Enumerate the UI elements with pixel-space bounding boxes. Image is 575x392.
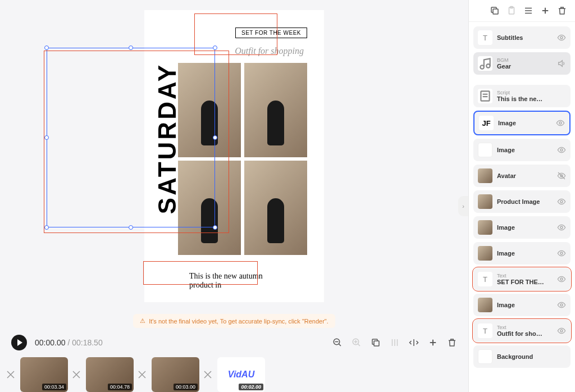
layer-thumb [478, 349, 492, 364]
layer-info: Image [497, 302, 553, 308]
visibility-toggle[interactable] [557, 197, 566, 206]
copy-icon[interactable] [490, 6, 500, 16]
copy-icon[interactable] [371, 338, 381, 348]
svg-point-33 [560, 226, 563, 229]
clip-thumb-4[interactable]: VidAU00:02.00 [217, 357, 265, 392]
layer-info: TextOutfit for sho… [497, 325, 553, 337]
layer-thumb [478, 298, 492, 312]
layer-thumb [478, 168, 492, 183]
layer-item[interactable]: TTextSET FOR THE… [473, 268, 571, 290]
visibility-toggle[interactable] [557, 275, 566, 284]
timeline-controls: 00:00.00 / 00:18.50 [0, 328, 468, 357]
play-button[interactable] [11, 335, 27, 350]
current-time: 00:00.00 [35, 338, 66, 347]
panel-toolbar [469, 0, 575, 22]
text-icon: T [478, 30, 492, 45]
warning-text: It's not the final video yet, To get acc… [149, 318, 328, 325]
layer-item[interactable]: Avatar [473, 165, 571, 187]
svg-line-2 [339, 344, 341, 346]
text-icon: T [478, 323, 492, 338]
layer-info: Image [497, 250, 553, 257]
time-display: 00:00.00 / 00:18.50 [35, 338, 103, 347]
layout-icon [390, 338, 400, 348]
annotation-box-header [194, 13, 277, 55]
svg-point-35 [560, 278, 563, 280]
transition-icon[interactable] [137, 370, 147, 380]
layer-info: BGMGear [497, 57, 553, 70]
layer-item[interactable]: JFImage [473, 111, 571, 135]
svg-rect-7 [374, 341, 379, 346]
layer-info: Image [497, 224, 553, 231]
clip-thumb-1[interactable]: 00:03.34 [20, 357, 68, 392]
svg-point-22 [560, 37, 563, 39]
paste-icon [506, 6, 517, 16]
layer-item[interactable]: Image [473, 294, 571, 316]
layer-info: Background [497, 353, 566, 360]
warning-banner: ⚠ It's not the final video yet, To get a… [133, 314, 335, 328]
annotation-box-main [44, 51, 229, 233]
grid-image-2[interactable] [244, 63, 307, 157]
layer-thumb: JF [479, 116, 494, 130]
layer-info: ScriptThis is the ne… [497, 90, 566, 102]
transition-icon[interactable] [6, 370, 16, 380]
duration: 00:18.50 [72, 338, 103, 347]
visibility-toggle[interactable] [557, 145, 566, 154]
grid-image-4[interactable] [244, 161, 307, 255]
layer-item[interactable]: BGMGear [473, 52, 571, 75]
layer-item[interactable]: Image [473, 242, 571, 265]
visibility-toggle[interactable] [557, 171, 566, 180]
script-icon [478, 89, 492, 103]
add-icon[interactable] [540, 6, 550, 16]
layer-info: Product Image [497, 198, 553, 205]
svg-point-34 [560, 252, 563, 254]
visibility-toggle[interactable] [556, 118, 565, 127]
layer-item[interactable]: Image [473, 139, 571, 161]
collapse-panel-button[interactable]: › [458, 196, 468, 216]
add-icon[interactable] [428, 338, 438, 348]
trash-icon[interactable] [557, 6, 567, 16]
layer-thumb [478, 220, 492, 235]
split-icon[interactable] [409, 338, 419, 348]
text-icon: T [478, 272, 492, 286]
zoom-out-icon[interactable] [332, 338, 343, 348]
svg-point-37 [560, 330, 563, 332]
layer-info: Image [497, 147, 553, 153]
timeline-thumbs: 00:03.34 00:04.78 00:03.00 VidAU00:02.00 [0, 357, 468, 392]
visibility-toggle[interactable] [557, 326, 566, 335]
svg-point-28 [559, 122, 562, 124]
visibility-toggle[interactable] [557, 249, 566, 258]
layer-item[interactable]: Background [473, 345, 571, 368]
svg-point-36 [560, 304, 563, 306]
layer-item[interactable]: Product Image [473, 190, 571, 213]
annotation-box-caption [143, 261, 258, 285]
transition-icon[interactable] [71, 370, 81, 380]
layer-item[interactable]: ScriptThis is the ne… [473, 85, 571, 107]
layer-info: Subtitles [497, 34, 553, 41]
layer-info: Image [498, 120, 551, 126]
volume-icon[interactable] [557, 59, 566, 68]
visibility-toggle[interactable] [557, 300, 566, 309]
layer-item[interactable]: TTextOutfit for sho… [473, 320, 571, 342]
layer-item[interactable]: Image [473, 216, 571, 239]
layer-info: Avatar [497, 172, 553, 179]
layer-item[interactable]: TSubtitles [473, 26, 571, 49]
layer-thumb [478, 143, 492, 157]
align-icon[interactable] [523, 6, 533, 16]
svg-rect-14 [493, 9, 498, 14]
svg-line-6 [358, 344, 360, 346]
layers-panel: TSubtitlesBGMGearScriptThis is the ne…JF… [468, 0, 575, 392]
clip-thumb-2[interactable]: 00:04.78 [86, 357, 134, 392]
transition-icon[interactable] [203, 370, 213, 380]
clip-thumb-3[interactable]: 00:03.00 [152, 357, 199, 392]
visibility-toggle[interactable] [557, 33, 566, 42]
main-area: SET FOR THE WEEK Outfit for shopping SAT… [0, 0, 468, 392]
svg-point-32 [560, 200, 563, 203]
layer-info: TextSET FOR THE… [497, 273, 553, 285]
layer-thumb [478, 246, 492, 261]
visibility-toggle[interactable] [557, 223, 566, 232]
canvas-wrap: SET FOR THE WEEK Outfit for shopping SAT… [0, 0, 468, 312]
music-icon [478, 56, 492, 71]
layer-thumb [478, 194, 492, 209]
trash-icon[interactable] [447, 338, 457, 348]
layers-list: TSubtitlesBGMGearScriptThis is the ne…JF… [469, 22, 575, 392]
